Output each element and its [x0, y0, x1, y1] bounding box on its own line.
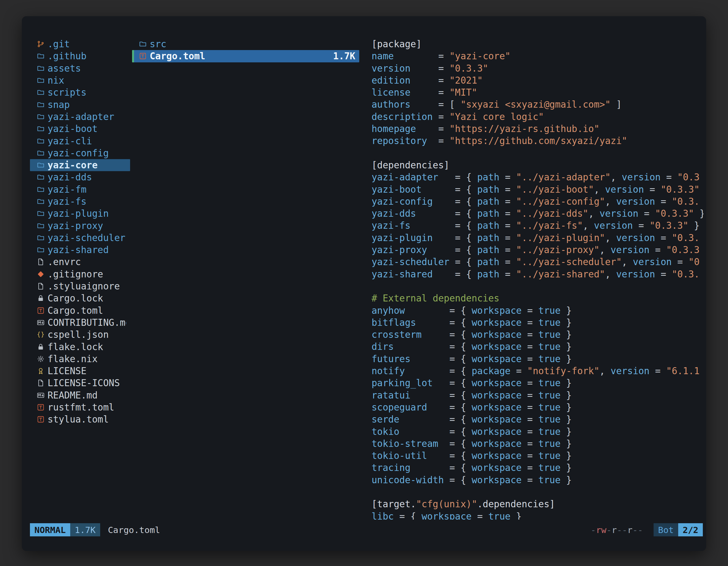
parent-pane[interactable]: .git .github assets nix [30, 38, 130, 426]
file-name-label: yazi-dds [48, 172, 92, 183]
terminal-window: .git .github assets nix [22, 16, 706, 551]
file-list-item[interactable]: yazi-config [30, 147, 130, 159]
folder-icon [36, 161, 45, 169]
status-bar-left: NORMAL 1.7K Cargo.toml [30, 523, 160, 536]
file-name-label: assets [48, 63, 81, 74]
file-list-item[interactable]: assets [30, 62, 130, 74]
file-list-item[interactable]: yazi-core [30, 159, 130, 171]
file-list-item[interactable]: .envrc [30, 256, 130, 268]
mode-indicator: NORMAL [30, 523, 70, 536]
gear-icon [36, 355, 45, 363]
folder-icon [36, 101, 45, 109]
file-name-label: CONTRIBUTING.md [48, 317, 126, 328]
file-list-item[interactable]: yazi-dds [30, 171, 130, 183]
code-line: [target."cfg(unix)".dependencies] [372, 498, 703, 510]
file-list-item[interactable]: .git [30, 38, 130, 50]
lock-icon [36, 343, 45, 351]
file-list-item[interactable]: .gitignore [30, 268, 130, 280]
file-name-label: .styluaignore [48, 281, 120, 292]
file-list-item[interactable]: Cargo.toml [30, 304, 130, 316]
diamond-icon [36, 271, 45, 278]
file-size-label: 1.7K [333, 51, 355, 62]
file-list-item[interactable]: Cargo.toml 1.7K [132, 50, 359, 62]
code-line: unicode-width = { workspace = true } [372, 474, 703, 486]
file-list-item[interactable]: rustfmt.toml [30, 401, 130, 413]
code-line: serde = { workspace = true } [372, 413, 703, 425]
file-list-item[interactable]: stylua.toml [30, 413, 130, 425]
license-icon [36, 367, 45, 375]
json-icon [36, 331, 45, 338]
markdown-icon [36, 391, 45, 399]
code-line: [package] [372, 38, 703, 50]
scroll-position-badge: Bot [654, 523, 678, 536]
file-list-item[interactable]: Cargo.lock [30, 292, 130, 304]
file-name-label: rustfmt.toml [48, 402, 114, 413]
code-line: # External dependencies [372, 292, 703, 304]
folder-icon [36, 52, 45, 60]
code-line [372, 147, 703, 159]
file-name-label: README.md [48, 390, 98, 401]
toml-icon [138, 52, 147, 60]
file-name-label: scripts [48, 87, 86, 98]
file-list-item[interactable]: yazi-scheduler [30, 232, 130, 244]
code-line: tracing = { workspace = true } [372, 462, 703, 474]
markdown-icon [36, 319, 45, 326]
code-line: libc = { workspace = true } [372, 510, 703, 520]
lock-icon [36, 294, 45, 302]
file-list-item[interactable]: yazi-fs [30, 196, 130, 208]
file-list-item[interactable]: yazi-cli [30, 135, 130, 147]
code-line: tokio-stream = { workspace = true } [372, 438, 703, 450]
file-list-item[interactable]: flake.lock [30, 340, 130, 353]
code-line: tokio = { workspace = true } [372, 426, 703, 438]
code-line: version = "0.3.3" [372, 62, 703, 74]
code-line: license = "MIT" [372, 86, 703, 98]
file-list-item[interactable]: yazi-shared [30, 244, 130, 256]
file-list-item[interactable]: README.md [30, 389, 130, 401]
folder-icon [36, 65, 45, 72]
file-list-item[interactable]: .styluaignore [30, 280, 130, 292]
file-list-item[interactable]: CONTRIBUTING.md [30, 316, 130, 328]
code-line [372, 280, 703, 292]
folder-icon [36, 222, 45, 230]
file-list-item[interactable]: yazi-boot [30, 123, 130, 135]
file-list-item[interactable]: src [132, 38, 359, 50]
current-pane[interactable]: src Cargo.toml 1.7K [132, 38, 359, 62]
folder-icon [36, 246, 45, 254]
file-name-label: yazi-fm [48, 184, 86, 195]
file-name-label: nix [48, 75, 64, 86]
code-line [372, 486, 703, 498]
file-name-label: LICENSE-ICONS [48, 377, 120, 388]
file-name-label: yazi-plugin [48, 208, 109, 219]
code-line: description = "Yazi core logic" [372, 111, 703, 123]
file-list-item[interactable]: nix [30, 74, 130, 86]
file-list-item[interactable]: .github [30, 50, 130, 62]
file-name-label: yazi-config [48, 148, 109, 159]
selection-marker [132, 50, 134, 62]
file-size-badge: 1.7K [70, 523, 100, 536]
file-list-item[interactable]: flake.nix [30, 353, 130, 365]
file-list-item[interactable]: scripts [30, 86, 130, 98]
file-list-item[interactable]: yazi-adapter [30, 111, 130, 123]
file-list-item[interactable]: LICENSE [30, 365, 130, 377]
code-line: yazi-config = { path = "../yazi-config",… [372, 196, 703, 208]
file-name-label: flake.lock [48, 341, 103, 352]
git-icon [36, 40, 45, 48]
file-list-item[interactable]: cspell.json [30, 328, 130, 340]
preview-pane[interactable]: [package] name = "yazi-core" version = "… [372, 38, 703, 520]
status-filename: Cargo.toml [108, 523, 160, 536]
code-line: ratatui = { workspace = true } [372, 389, 703, 401]
code-line: yazi-proxy = { path = "../yazi-proxy", v… [372, 244, 703, 256]
code-line: parking_lot = { workspace = true } [372, 377, 703, 389]
code-line: [dependencies] [372, 159, 703, 171]
file-list-item[interactable]: snap [30, 98, 130, 111]
file-name-label: .git [48, 39, 70, 50]
file-name-label: yazi-scheduler [48, 233, 125, 243]
folder-icon [36, 125, 45, 133]
file-name-label: flake.nix [48, 353, 98, 364]
file-list-item[interactable]: yazi-plugin [30, 208, 130, 220]
code-line: name = "yazi-core" [372, 50, 703, 62]
file-list-item[interactable]: LICENSE-ICONS [30, 377, 130, 389]
code-line: futures = { workspace = true } [372, 353, 703, 365]
file-list-item[interactable]: yazi-fm [30, 184, 130, 196]
file-list-item[interactable]: yazi-proxy [30, 220, 130, 232]
